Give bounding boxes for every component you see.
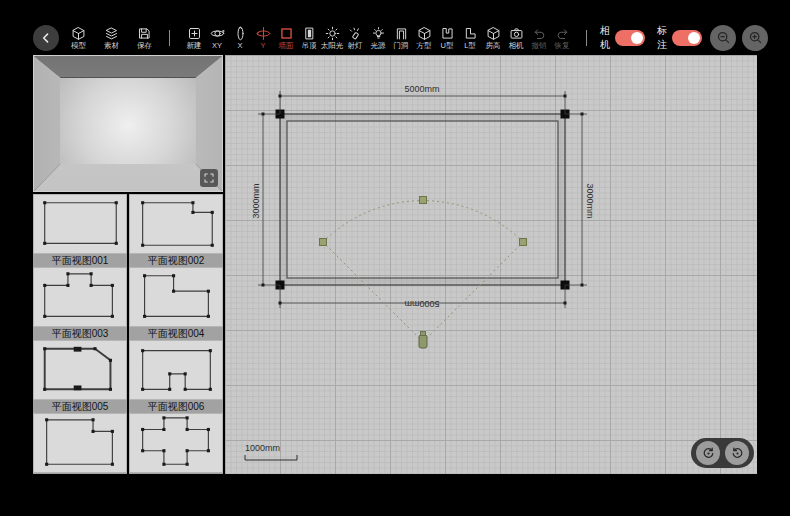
toolbar-divider (586, 30, 587, 46)
plan-drawing (34, 195, 126, 253)
thumbnail-plan-004[interactable]: 平面视图004 (129, 267, 223, 340)
thumbnail-plan-006[interactable]: 平面视图006 (129, 340, 223, 413)
toolbar-group-file: 模型素材保存 (67, 26, 156, 50)
plan-thumbnail-image[interactable] (33, 413, 127, 473)
rotate-y-icon (256, 26, 271, 41)
u-shape-icon (440, 26, 455, 41)
scale-bar (245, 455, 297, 460)
plan-thumbnail-label (33, 473, 127, 474)
toolbar-item-u-type[interactable]: U型 (436, 26, 458, 50)
camera-view-cone (323, 201, 523, 342)
thumbnail-plan-008[interactable] (129, 413, 223, 474)
plan-thumbnail-image[interactable] (33, 194, 127, 254)
switch-knob (688, 32, 700, 44)
plan-thumbnail-image[interactable] (33, 267, 127, 327)
plan-drawing (130, 268, 222, 326)
redo-icon (555, 26, 570, 41)
plan-drawing (130, 341, 222, 399)
undo-icon (532, 26, 547, 41)
expand-button[interactable] (200, 169, 218, 187)
rotate-ccw-button[interactable] (696, 441, 720, 465)
thumbnail-plan-003[interactable]: 平面视图003 (33, 267, 127, 340)
toolbar-item-square-type[interactable]: 方型 (413, 26, 435, 50)
plan-drawing (34, 268, 126, 326)
toolbar-item-rotate-y[interactable]: Y (252, 26, 274, 50)
sidebar: 平面视图001平面视图002平面视图003平面视图004平面视图005平面视图0… (33, 55, 223, 474)
cube-icon (71, 26, 86, 41)
toolbar-item-undo: 撤销 (528, 26, 550, 50)
toolbar-item-label: 模型 (71, 42, 86, 50)
toolbar-item-wall[interactable]: 墙面 (275, 26, 297, 50)
toolbar-item-label: 相机 (509, 42, 524, 50)
zoom-in-button[interactable] (742, 25, 768, 51)
toolbar-item-label: Y (260, 42, 265, 50)
plan-thumbnail-image[interactable] (33, 340, 127, 400)
toolbar-item-label: 射灯 (348, 42, 363, 50)
plan-thumbnail-label: 平面视图004 (129, 327, 223, 340)
toolbar-item-rotate-xy[interactable]: XY (206, 26, 228, 50)
plan-thumbnail-image[interactable] (129, 340, 223, 400)
plan-drawing (130, 195, 222, 253)
rotate-cw-button[interactable] (725, 441, 749, 465)
camera-cone-handles[interactable] (320, 197, 527, 246)
cube-icon (417, 26, 432, 41)
toolbar-item-l-type[interactable]: L型 (459, 26, 481, 50)
main-area: 平面视图001平面视图002平面视图003平面视图004平面视图005平面视图0… (33, 55, 757, 474)
bulb-icon (371, 26, 386, 41)
switch-knob (631, 32, 643, 44)
toolbar-item-label: 恢复 (555, 42, 570, 50)
plan-thumbnail-label: 平面视图001 (33, 254, 127, 267)
toolbar-item-label: 光源 (371, 42, 386, 50)
plan-thumbnail-label (129, 473, 223, 474)
dimension-label-left: 3000mm (251, 183, 261, 218)
toolbar-item-room-height[interactable]: 房高 (482, 26, 504, 50)
toolbar-item-material[interactable]: 素材 (100, 26, 123, 50)
spot-icon (348, 26, 363, 41)
zoom-out-button[interactable] (710, 25, 736, 51)
thumbnail-plan-005[interactable]: 平面视图005 (33, 340, 127, 413)
toggle-label: 标注 (657, 24, 667, 52)
toolbar-item-light-source[interactable]: 光源 (367, 26, 389, 50)
toolbar-item-spotlight[interactable]: 射灯 (344, 26, 366, 50)
scale-label: 1000mm (245, 443, 280, 453)
toolbar-item-door-opening[interactable]: 门洞 (390, 26, 412, 50)
plan-thumbnail-label: 平面视图002 (129, 254, 223, 267)
toolbar-item-model[interactable]: 模型 (67, 26, 90, 50)
toolbar-toggles: 相机标注 (600, 24, 702, 52)
plan-drawing (34, 341, 126, 399)
magnifier-plus-icon (748, 30, 763, 45)
toolbar-item-save[interactable]: 保存 (133, 26, 156, 50)
floorplan-canvas[interactable]: 5000mm 5000mm 3000mm 3000mm (225, 55, 757, 474)
sun-icon (325, 26, 340, 41)
toolbar: 模型素材保存 新建XYXY墙面吊顶太阳光射灯光源门洞方型U型L型房高相机撤销恢复… (33, 20, 757, 55)
toolbar-item-label: 门洞 (394, 42, 409, 50)
toolbar-item-label: 方型 (417, 42, 432, 50)
magnifier-minus-icon (716, 30, 731, 45)
room-preview-3d[interactable] (33, 55, 223, 192)
plan-thumbnail-label: 平面视图006 (129, 400, 223, 413)
dimension-toggle-switch[interactable] (672, 30, 702, 46)
plan-thumbnail-image[interactable] (129, 194, 223, 254)
plan-thumbnail-image[interactable] (129, 267, 223, 327)
rotate-x-icon (233, 26, 248, 41)
camera-toggle-switch[interactable] (615, 30, 645, 46)
door-icon (394, 26, 409, 41)
toolbar-item-new[interactable]: 新建 (183, 26, 205, 50)
toolbar-item-ceiling[interactable]: 吊顶 (298, 26, 320, 50)
thumbnail-plan-007[interactable] (33, 413, 127, 474)
dimension-label-right: 3000mm (585, 183, 595, 218)
toolbar-item-label: 撤销 (532, 42, 547, 50)
orbit-icon (210, 26, 225, 41)
plan-thumbnail-image[interactable] (129, 413, 223, 473)
dimension-label-top: 5000mm (404, 84, 439, 94)
thumbnail-plan-002[interactable]: 平面视图002 (129, 194, 223, 267)
back-button[interactable] (33, 25, 59, 51)
plan-drawing (130, 414, 222, 472)
toolbar-item-label: U型 (441, 42, 454, 50)
thumbnail-plan-001[interactable]: 平面视图001 (33, 194, 127, 267)
camera-marker[interactable] (419, 332, 427, 349)
toolbar-item-rotate-x[interactable]: X (229, 26, 251, 50)
toolbar-item-label: 太阳光 (321, 42, 344, 50)
toolbar-item-sunlight[interactable]: 太阳光 (321, 26, 343, 50)
toolbar-item-camera[interactable]: 相机 (505, 26, 527, 50)
